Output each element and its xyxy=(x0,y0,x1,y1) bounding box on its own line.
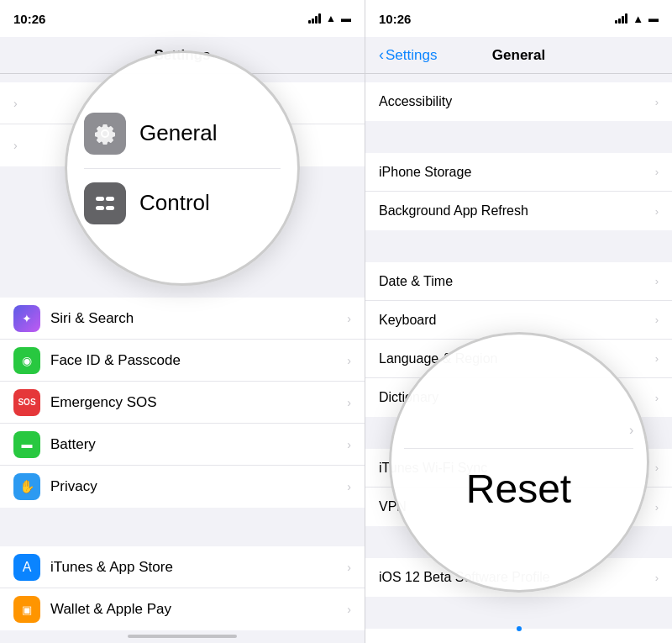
svg-rect-2 xyxy=(96,206,104,210)
left-panel: General Control 10:26 xyxy=(0,0,365,643)
battery-label: Battery xyxy=(50,436,347,453)
faceid-icon: ◉ xyxy=(13,347,40,374)
battery-status-icon: ▬ xyxy=(341,13,351,24)
chevron-icon: › xyxy=(347,354,351,367)
right-wifi-icon: ▲ xyxy=(633,13,643,25)
magnify-reset-content: › Reset xyxy=(391,335,647,590)
chevron-icon: › xyxy=(347,189,351,203)
keyboard-label: Keyboard xyxy=(379,313,655,328)
left-status-bar: 10:26 ▲ ▬ xyxy=(0,0,365,37)
page-dot xyxy=(517,626,522,631)
right-status-bar: 10:26 ▲ ▬ xyxy=(365,0,672,37)
right-separator-5 xyxy=(365,597,672,620)
chevron-icon: › xyxy=(347,603,351,616)
right-group-1: Accessibility › xyxy=(365,82,672,121)
wallet-label: Wallet & Apple Pay xyxy=(50,601,347,618)
left-time: 10:26 xyxy=(13,12,45,26)
group-2: ✦ Siri & Search › ◉ Face ID & Passcode ›… xyxy=(0,298,365,508)
date-time-row[interactable]: Date & Time › xyxy=(365,262,672,301)
faceid-row[interactable]: ◉ Face ID & Passcode › xyxy=(0,340,365,382)
faceid-label: Face ID & Passcode xyxy=(50,352,347,369)
back-label: Settings xyxy=(386,47,437,64)
svg-rect-1 xyxy=(106,197,114,201)
bar3 xyxy=(622,16,624,24)
right-time: 10:26 xyxy=(379,12,411,26)
appstore-row[interactable]: A iTunes & App Store › xyxy=(0,546,365,588)
control-row-icon xyxy=(13,224,40,251)
battery-row[interactable]: ▬ Battery › xyxy=(0,424,365,466)
date-time-label: Date & Time xyxy=(379,274,655,289)
privacy-row[interactable]: ✋ Privacy › xyxy=(0,466,365,508)
back-button[interactable]: ‹ Settings xyxy=(379,46,437,64)
sos-icon: SOS xyxy=(13,389,40,416)
siri-row[interactable]: ✦ Siri & Search › xyxy=(0,298,365,340)
accessibility-row[interactable]: Accessibility › xyxy=(365,82,672,121)
bar2 xyxy=(312,18,314,24)
chevron-icon: › xyxy=(655,392,659,404)
right-separator-2 xyxy=(365,230,672,254)
left-status-icons: ▲ ▬ xyxy=(308,13,351,24)
magnify-row-control[interactable]: Control xyxy=(84,169,281,238)
chevron-icon: › xyxy=(347,312,351,325)
siri-icon: ✦ xyxy=(13,305,40,332)
chevron-icon: › xyxy=(13,139,18,152)
chevron-icon: › xyxy=(347,480,351,493)
privacy-label: Privacy xyxy=(50,478,347,495)
magnify-row-general[interactable]: General xyxy=(84,99,281,169)
chevron-icon: › xyxy=(347,231,351,245)
chevron-icon: › xyxy=(655,275,659,287)
bg-app-refresh-label: Background App Refresh xyxy=(379,203,655,219)
chevron-icon: › xyxy=(655,166,659,178)
wallet-row[interactable]: ▣ Wallet & Apple Pay › xyxy=(0,588,365,630)
chevron-icon: › xyxy=(347,396,351,409)
chevron-icon: › xyxy=(655,352,659,365)
bar2 xyxy=(618,18,621,24)
magnify-general-label: General xyxy=(139,120,218,146)
privacy-icon: ✋ xyxy=(13,473,40,500)
sos-label: Emergency SOS xyxy=(50,394,347,411)
bar1 xyxy=(308,20,311,24)
right-status-icons: ▲ ▬ xyxy=(615,13,659,25)
chevron-icon: › xyxy=(655,205,659,218)
bar4 xyxy=(318,13,321,24)
chevron-icon: › xyxy=(347,561,351,574)
general-icon xyxy=(84,113,126,155)
bar4 xyxy=(625,13,627,24)
general-row-icon xyxy=(13,182,40,209)
right-battery-icon: ▬ xyxy=(648,13,659,24)
accessibility-label: Accessibility xyxy=(379,94,655,109)
right-group-2: iPhone Storage › Background App Refresh … xyxy=(365,153,672,230)
battery-icon: ▬ xyxy=(13,431,40,458)
chevron-icon: › xyxy=(347,438,351,451)
siri-label: Siri & Search xyxy=(50,310,347,327)
magnify-circle-right: › Reset xyxy=(389,332,649,593)
iphone-storage-label: iPhone Storage xyxy=(379,165,655,180)
chevron-icon: › xyxy=(13,97,18,110)
back-chevron-icon: ‹ xyxy=(379,46,384,64)
home-indicator xyxy=(128,635,237,638)
chevron-icon: › xyxy=(655,96,659,108)
wifi-icon: ▲ xyxy=(326,13,336,24)
chevron-icon: › xyxy=(655,501,659,514)
magnify-circle-left: General Control xyxy=(65,50,300,286)
chevron-icon: › xyxy=(655,572,659,584)
bg-app-refresh-row[interactable]: Background App Refresh › xyxy=(365,192,672,230)
wallet-icon: ▣ xyxy=(13,596,40,623)
magnify-control-label: Control xyxy=(139,190,210,216)
right-panel: 10:26 ▲ ▬ ‹ Settings General Accessibili… xyxy=(365,0,672,643)
iphone-storage-row[interactable]: iPhone Storage › xyxy=(365,153,672,192)
sos-row[interactable]: SOS Emergency SOS › xyxy=(0,382,365,424)
magnify-chevron: › xyxy=(629,423,633,438)
control-icon xyxy=(84,182,126,224)
separator-2 xyxy=(0,508,365,538)
right-nav-title: General xyxy=(492,47,545,64)
right-signal-bars xyxy=(615,13,627,24)
group-3: A iTunes & App Store › ▣ Wallet & Apple … xyxy=(0,546,365,630)
right-separator-1 xyxy=(365,121,672,145)
chevron-icon: › xyxy=(655,314,659,326)
chevron-icon: › xyxy=(655,461,659,474)
bar3 xyxy=(315,16,318,24)
appstore-label: iTunes & App Store xyxy=(50,559,347,576)
signal-bars xyxy=(308,13,321,24)
magnify-top-row[interactable]: › xyxy=(404,413,634,449)
